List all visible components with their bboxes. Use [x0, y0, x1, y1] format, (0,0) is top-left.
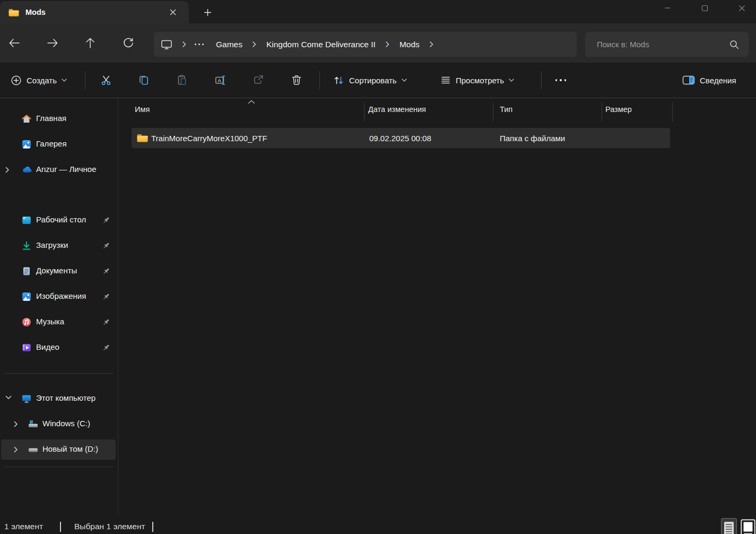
sidebar-item-desktop[interactable]: Рабочий стол	[1, 210, 116, 230]
share-button[interactable]	[247, 69, 270, 91]
status-divider	[60, 522, 61, 532]
sidebar-item-home[interactable]: Главная	[1, 109, 116, 129]
column-header-date-modified[interactable]: Дата изменения	[368, 105, 426, 114]
sort-arrows-icon	[333, 75, 344, 86]
status-bar: 1 элемент Выбран 1 элемент	[0, 515, 756, 534]
new-button-label: Создать	[27, 76, 57, 85]
column-header-name[interactable]: Имя	[135, 105, 150, 114]
up-button[interactable]	[81, 34, 99, 52]
details-view-icon	[721, 518, 737, 534]
breadcrumb-overflow-button[interactable]	[189, 44, 209, 45]
svg-text:A: A	[218, 78, 222, 83]
column-resize-handle[interactable]	[602, 102, 602, 122]
chevron-right-icon	[249, 41, 259, 47]
chevron-right-icon	[383, 41, 393, 47]
breadcrumb-item-kcd2[interactable]: Kingdom Come Deliverance II	[259, 36, 383, 53]
folder-icon	[8, 8, 19, 17]
this-pc-icon[interactable]	[154, 36, 179, 53]
tab-title: Mods	[25, 8, 46, 16]
sidebar-item-documents[interactable]: Документы	[1, 261, 116, 281]
close-button[interactable]	[730, 0, 753, 16]
sidebar-item-drive-c[interactable]: Windows (C:)	[1, 414, 116, 434]
windows-drive-icon	[28, 419, 39, 429]
tab-close-icon[interactable]	[167, 6, 179, 19]
column-header-size[interactable]: Размер	[605, 105, 632, 114]
navigation-pane: Главная Галерея Anzur — Личное Рабочий с…	[0, 98, 118, 534]
maximize-button[interactable]	[693, 0, 716, 16]
delete-button[interactable]	[285, 69, 308, 91]
view-button-label: Просмотреть	[456, 76, 504, 85]
titlebar: Mods	[0, 0, 756, 23]
documents-icon	[21, 266, 32, 277]
minimize-button[interactable]	[656, 0, 679, 16]
gallery-icon	[21, 139, 32, 150]
refresh-button[interactable]	[119, 34, 137, 52]
chevron-down-icon	[509, 79, 514, 82]
tab-mods[interactable]: Mods	[0, 1, 189, 23]
file-row-selected[interactable]: TrainMoreCarryMoreX1000_PTF 09.02.2025 0…	[132, 128, 670, 148]
pin-icon	[102, 343, 110, 352]
column-resize-handle[interactable]	[672, 102, 673, 122]
pin-icon	[102, 292, 110, 301]
breadcrumb-item-games[interactable]: Games	[209, 36, 249, 53]
drive-icon	[28, 444, 39, 455]
details-pane-label: Сведения	[700, 76, 736, 85]
details-pane-icon	[682, 75, 695, 85]
more-options-button[interactable]	[550, 69, 571, 91]
sidebar-item-drive-d[interactable]: Новый том (D:)	[1, 440, 116, 460]
file-name: TrainMoreCarryMoreX1000_PTF	[151, 134, 267, 143]
new-button[interactable]: Создать	[5, 69, 72, 91]
sort-ascending-icon	[248, 100, 255, 104]
search-icon[interactable]	[729, 40, 749, 49]
search-box[interactable]	[585, 32, 749, 57]
pin-icon	[102, 318, 110, 326]
column-resize-handle[interactable]	[493, 102, 493, 122]
column-header-type[interactable]: Тип	[500, 105, 512, 114]
sort-button[interactable]: Сортировать	[328, 69, 412, 91]
sidebar-item-this-pc[interactable]: Этот компьютер	[1, 389, 116, 409]
file-type: Папка с файлами	[500, 134, 565, 143]
file-list: Имя Дата изменения Тип Размер TrainMoreC…	[118, 98, 756, 534]
rename-button[interactable]: A	[208, 69, 232, 91]
pin-icon	[102, 242, 110, 250]
sidebar-item-videos[interactable]: Видео	[1, 338, 116, 358]
column-resize-handle[interactable]	[364, 102, 364, 122]
status-divider	[152, 522, 153, 532]
chevron-down-icon	[402, 79, 407, 82]
search-input[interactable]	[585, 40, 729, 49]
chevron-right-icon[interactable]	[5, 167, 10, 173]
breadcrumb-item-mods[interactable]: Mods	[393, 36, 427, 53]
file-explorer-window: Mods Games Kingdom C	[0, 0, 756, 534]
home-icon	[21, 114, 32, 124]
cut-button[interactable]	[94, 69, 118, 91]
sidebar-item-gallery[interactable]: Галерея	[1, 134, 116, 154]
paste-button[interactable]	[170, 69, 194, 91]
plus-circle-icon	[11, 75, 22, 86]
pictures-icon	[21, 291, 32, 302]
copy-button[interactable]	[132, 69, 155, 91]
selection-count: Выбран 1 элемент	[74, 522, 145, 531]
pin-icon	[102, 267, 110, 275]
chevron-right-icon[interactable]	[14, 421, 18, 427]
details-view-toggle[interactable]	[720, 513, 737, 534]
back-button[interactable]	[5, 34, 23, 52]
thumbnail-view-toggle[interactable]	[740, 513, 756, 534]
sidebar-item-music[interactable]: Музыка	[1, 312, 116, 332]
chevron-right-icon[interactable]	[427, 41, 437, 47]
sidebar-item-pictures[interactable]: Изображения	[1, 287, 116, 307]
sort-button-label: Сортировать	[349, 76, 397, 85]
details-pane-button[interactable]: Сведения	[677, 69, 742, 91]
this-pc-icon	[21, 393, 32, 404]
view-lines-icon	[440, 75, 451, 85]
chevron-right-icon[interactable]	[14, 446, 18, 453]
ellipsis-icon	[555, 79, 567, 81]
chevron-down-icon[interactable]	[5, 395, 12, 400]
folder-icon	[136, 133, 148, 143]
new-tab-button[interactable]	[201, 5, 214, 19]
sidebar-item-downloads[interactable]: Загрузки	[1, 236, 116, 256]
view-button[interactable]: Просмотреть	[435, 69, 519, 91]
forward-button[interactable]	[44, 34, 62, 52]
chevron-down-icon	[62, 79, 67, 82]
sidebar-item-onedrive[interactable]: Anzur — Личное	[1, 160, 116, 180]
thumbnail-view-icon	[741, 519, 755, 534]
